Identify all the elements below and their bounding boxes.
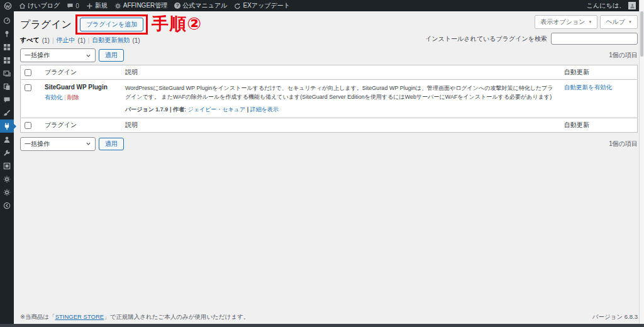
title-row: プラグイン プラグインを追加 手順② bbox=[20, 16, 202, 33]
author-link[interactable]: ジェイビー・セキュア bbox=[187, 106, 245, 113]
select-all-checkbox[interactable] bbox=[25, 69, 31, 76]
admin-bar-comments[interactable]: 0 bbox=[67, 3, 79, 9]
table-header-row: プラグイン 説明 自動更新 bbox=[21, 65, 638, 80]
sidebar-item-tools[interactable] bbox=[0, 146, 14, 159]
sidebar-item-blocks[interactable] bbox=[0, 53, 14, 67]
pages-icon bbox=[3, 83, 11, 91]
details-link[interactable]: 詳細を表示 bbox=[250, 106, 279, 113]
filter-auto-update-disabled-count: (1) bbox=[132, 37, 140, 44]
vertical-scrollbar[interactable] bbox=[639, 0, 644, 324]
filter-all[interactable]: すべて bbox=[20, 36, 40, 45]
chevron-down-icon: ▼ bbox=[588, 20, 592, 24]
activate-link[interactable]: 有効化 bbox=[45, 94, 63, 101]
sidebar-item-users[interactable] bbox=[0, 133, 14, 146]
help-button[interactable]: ヘルプ ▼ bbox=[600, 15, 638, 29]
select-all-checkbox-bottom[interactable] bbox=[25, 122, 31, 129]
admin-bar-new[interactable]: 新規 bbox=[86, 1, 108, 10]
bulk-action-select-bottom[interactable]: 一括操作 bbox=[20, 137, 96, 151]
page-footer: ※当商品は「STINGER STORE」で正規購入されたご本人のみが使用いただけ… bbox=[20, 313, 638, 321]
wordpress-logo-icon bbox=[4, 2, 12, 10]
table-footer-row: プラグイン 説明 自動更新 bbox=[21, 118, 638, 132]
tablenav-top: 一括操作 適用 1個の項目 bbox=[20, 48, 638, 62]
delete-link[interactable]: 削除 bbox=[67, 94, 79, 101]
grid-icon bbox=[3, 43, 11, 51]
plugin-meta: バージョン 1.7.9 | 作者: ジェイビー・セキュア | 詳細を表示 bbox=[125, 106, 557, 114]
update-icon bbox=[234, 3, 241, 9]
sidebar-collapse-menu[interactable] bbox=[0, 199, 14, 212]
chevron-down-icon bbox=[86, 53, 91, 58]
admin-bar-affinger[interactable]: AFFINGER管理 bbox=[114, 1, 168, 10]
sidebar-item-options-1[interactable] bbox=[0, 172, 14, 186]
apply-button-bottom[interactable]: 適用 bbox=[99, 138, 124, 150]
wordpress-logo-menu[interactable] bbox=[4, 2, 12, 10]
ex-update-label: EXアップデート bbox=[243, 1, 290, 10]
sidebar-item-settings-box[interactable] bbox=[0, 159, 14, 172]
filter-inactive[interactable]: 停止中 bbox=[57, 36, 75, 45]
sidebar-item-appearance[interactable] bbox=[0, 106, 14, 119]
admin-bar-ex-update[interactable]: EXアップデート bbox=[234, 1, 290, 10]
column-footer-plugin[interactable]: プラグイン bbox=[41, 118, 121, 132]
row-actions: 有効化 | 削除 bbox=[45, 94, 118, 102]
main-content: 表示オプション ▼ ヘルプ ▼ プラグイン プラグインを追加 手順② すべて (… bbox=[14, 11, 640, 324]
greeting-text: こんにちは、 bbox=[587, 1, 625, 10]
sidebar-item-dashboard[interactable] bbox=[0, 14, 14, 27]
sidebar-item-posts[interactable] bbox=[0, 27, 14, 40]
scrollbar-thumb[interactable] bbox=[640, 11, 643, 57]
plugins-table: プラグイン 説明 自動更新 SiteGuard WP Plugin 有効化 | bbox=[20, 65, 638, 133]
stinger-store-link[interactable]: STINGER STORE bbox=[55, 313, 104, 320]
item-count-bottom: 1個の項目 bbox=[609, 140, 638, 148]
plugin-description: WordPressにSiteGuard WP Pluginをインストールするだけ… bbox=[125, 84, 557, 102]
screen-meta: 表示オプション ▼ ヘルプ ▼ bbox=[535, 15, 638, 29]
bulk-action-select[interactable]: 一括操作 bbox=[20, 48, 96, 62]
plug-icon bbox=[3, 123, 11, 130]
filter-separator: | bbox=[88, 37, 90, 44]
sidebar-item-pages[interactable] bbox=[0, 80, 14, 93]
sidebar-item-options-2[interactable] bbox=[0, 186, 14, 199]
sidebar-item-gallery[interactable] bbox=[0, 67, 14, 80]
admin-bar-account[interactable]: こんにちは、 bbox=[587, 1, 636, 10]
sidebar-item-media[interactable] bbox=[0, 40, 14, 53]
plugin-search: インストールされているプラグインを検索 bbox=[425, 33, 638, 45]
sidebar-item-plugins[interactable] bbox=[0, 119, 14, 133]
admin-bar-site-link[interactable]: けいブログ bbox=[19, 1, 60, 10]
item-count: 1個の項目 bbox=[609, 51, 638, 60]
sidebar-item-comments[interactable] bbox=[0, 93, 14, 106]
footer-note-prefix: ※当商品は「 bbox=[20, 313, 55, 320]
gear-icon bbox=[3, 175, 11, 183]
filter-inactive-count: (1) bbox=[78, 37, 86, 44]
annotation-text: 手順② bbox=[152, 16, 202, 33]
window-bottom-edge bbox=[0, 324, 644, 327]
collapse-icon bbox=[3, 202, 11, 209]
column-footer-description: 説明 bbox=[121, 118, 560, 132]
search-input[interactable] bbox=[551, 33, 638, 45]
images-icon bbox=[3, 70, 11, 77]
enable-auto-update-link[interactable]: 自動更新を有効化 bbox=[564, 84, 612, 91]
table-row: SiteGuard WP Plugin 有効化 | 削除 WordPressにS… bbox=[21, 80, 638, 118]
add-plugin-button[interactable]: プラグインを追加 bbox=[80, 18, 143, 31]
footer-note-suffix: 」で正規購入されたご本人のみが使用いただけます。 bbox=[104, 313, 249, 320]
row-checkbox[interactable] bbox=[25, 84, 31, 91]
screen-options-button[interactable]: 表示オプション ▼ bbox=[535, 15, 597, 29]
comments-icon bbox=[3, 96, 11, 104]
bulk-action-label: 一括操作 bbox=[25, 51, 50, 60]
status-filters: すべて (1) | 停止中 (1) | 自動更新無効 (1) bbox=[20, 36, 140, 45]
meta-separator: | bbox=[170, 106, 172, 113]
column-header-plugin[interactable]: プラグイン bbox=[41, 65, 121, 80]
dashboard-icon bbox=[3, 17, 11, 25]
question-icon: ? bbox=[174, 3, 180, 9]
filter-auto-update-disabled[interactable]: 自動更新無効 bbox=[92, 36, 130, 45]
comment-icon bbox=[67, 3, 74, 9]
manual-label: 公式マニュアル bbox=[182, 1, 227, 10]
wp-version: バージョン 6.8.3 bbox=[592, 313, 638, 321]
plugin-name: SiteGuard WP Plugin bbox=[45, 84, 118, 91]
footer-note: ※当商品は「STINGER STORE」で正規購入されたご本人のみが使用いただけ… bbox=[20, 313, 249, 321]
gear-icon bbox=[3, 189, 11, 196]
column-footer-auto-update: 自動更新 bbox=[560, 118, 638, 132]
admin-sidebar bbox=[0, 11, 14, 324]
meta-separator: | bbox=[247, 106, 249, 113]
plugin-version: バージョン 1.7.9 bbox=[125, 106, 168, 113]
apply-button[interactable]: 適用 bbox=[99, 49, 124, 62]
admin-bar-manual[interactable]: ? 公式マニュアル bbox=[174, 1, 227, 10]
plus-icon bbox=[86, 3, 93, 9]
bulk-action-label: 一括操作 bbox=[25, 140, 50, 148]
